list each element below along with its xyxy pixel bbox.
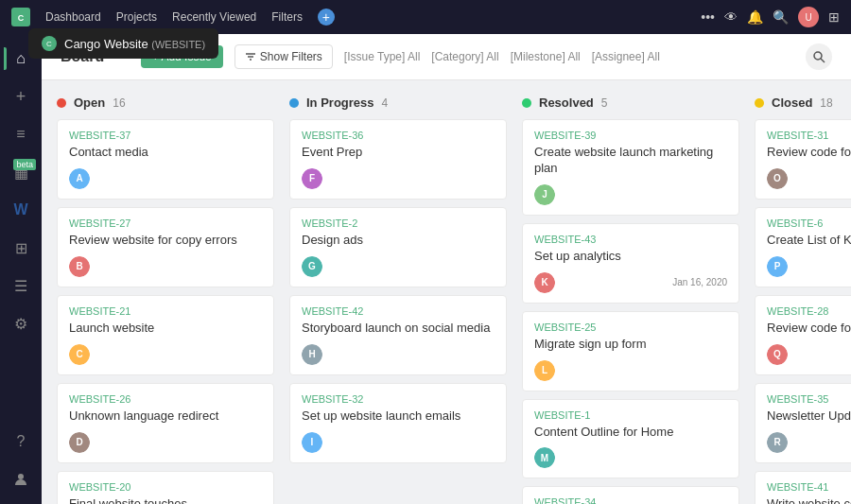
card-id: WEBSITE-31: [767, 130, 851, 141]
avatar: O: [767, 168, 788, 189]
avatar: I: [302, 432, 322, 453]
card-id: WEBSITE-28: [767, 305, 851, 317]
column-header-open: Open16: [57, 96, 274, 119]
column-title-resolved: Resolved: [539, 96, 594, 110]
nav-filters[interactable]: Filters: [271, 10, 303, 24]
tooltip-content: Cango Website (WEBSITE): [64, 37, 205, 51]
table-row[interactable]: WEBSITE-41Write website copyS: [755, 471, 851, 504]
card-title: Contact media: [69, 145, 262, 161]
column-status-dot-open: [57, 98, 66, 108]
card-footer: M: [534, 447, 727, 468]
column-header-resolved: Resolved5: [522, 96, 739, 119]
sidebar-item-user[interactable]: [4, 462, 38, 496]
table-row[interactable]: WEBSITE-32Set up website launch emailsI: [289, 383, 507, 463]
card-footer: B: [69, 256, 262, 277]
avatar: D: [69, 432, 90, 453]
card-footer: Q: [767, 344, 851, 365]
app-logo[interactable]: C: [11, 8, 30, 26]
svg-point-6: [814, 52, 822, 60]
card-footer: H: [302, 344, 495, 365]
card-title: Event Prep: [302, 145, 495, 161]
avatar: H: [302, 344, 322, 365]
avatar: B: [69, 256, 90, 277]
column-in_progress: In Progress4WEBSITE-36Event PrepFWEBSITE…: [289, 96, 507, 489]
bell-icon[interactable]: 🔔: [747, 9, 763, 25]
nav-dashboard[interactable]: Dashboard: [45, 10, 101, 24]
card-id: WEBSITE-39: [534, 130, 727, 141]
table-row[interactable]: WEBSITE-31Review code for blogO: [755, 119, 851, 200]
card-id: WEBSITE-42: [302, 305, 495, 317]
table-row[interactable]: WEBSITE-28Review code for teams pageQ: [755, 295, 851, 375]
table-row[interactable]: WEBSITE-37Contact mediaA: [57, 119, 274, 200]
nav-recently-viewed[interactable]: Recently Viewed: [172, 10, 256, 24]
card-footer: O: [767, 168, 851, 189]
card-title: Design ads: [302, 233, 495, 249]
table-row[interactable]: WEBSITE-27Review website for copy errors…: [57, 207, 274, 287]
sidebar-item-help[interactable]: ?: [4, 425, 38, 459]
cards-list-open: WEBSITE-37Contact mediaAWEBSITE-27Review…: [57, 119, 274, 504]
table-row[interactable]: WEBSITE-39Create website launch marketin…: [522, 119, 739, 216]
table-row[interactable]: WEBSITE-35Newsletter UpdateR: [755, 383, 851, 463]
card-id: WEBSITE-43: [534, 234, 727, 245]
card-title: Review code for blog: [767, 145, 851, 161]
table-row[interactable]: WEBSITE-36Event PrepF: [289, 119, 507, 200]
sidebar-item-add[interactable]: +: [4, 79, 38, 113]
table-row[interactable]: WEBSITE-25Migrate sign up formL: [522, 311, 739, 391]
filter-assignee[interactable]: [Assignee] All: [592, 50, 660, 63]
filter-milestone[interactable]: [Milestone] All: [511, 50, 581, 63]
table-row[interactable]: WEBSITE-26Unknown language redirectD: [57, 383, 274, 463]
card-footer: F: [302, 168, 495, 189]
nav-projects[interactable]: Projects: [116, 10, 157, 24]
column-closed: Closed18WEBSITE-31Review code for blogOW…: [755, 96, 851, 489]
table-row[interactable]: WEBSITE-42Storyboard launch on social me…: [289, 295, 507, 375]
table-row[interactable]: WEBSITE-20Final website touchesE: [57, 471, 274, 504]
card-title: Write website copy: [767, 496, 851, 504]
table-row[interactable]: WEBSITE-34Improve performanceN: [522, 486, 739, 504]
board-search-button[interactable]: [806, 43, 832, 70]
sidebar-item-grid[interactable]: ⊞: [4, 231, 38, 265]
column-status-dot-closed: [755, 98, 764, 108]
tooltip-dot: C: [42, 36, 57, 51]
svg-line-7: [821, 59, 825, 62]
sidebar-item-board[interactable]: beta ▦: [4, 155, 38, 189]
table-row[interactable]: WEBSITE-21Launch websiteC: [57, 295, 274, 375]
card-footer: KJan 16, 2020: [534, 272, 727, 293]
eye-icon[interactable]: 👁: [724, 9, 738, 25]
filter-issue-type[interactable]: [Issue Type] All: [344, 50, 421, 63]
search-icon[interactable]: 🔍: [773, 9, 789, 25]
table-row[interactable]: WEBSITE-6Create List of Keywords for Web…: [755, 207, 851, 287]
project-tooltip: C Cango Website (WEBSITE): [28, 28, 218, 59]
card-title: Create website launch marketing plan: [534, 145, 727, 177]
more-options-icon[interactable]: •••: [701, 9, 715, 25]
filter-category[interactable]: [Category] All: [431, 50, 498, 63]
sidebar-item-list[interactable]: ☰: [4, 269, 38, 303]
card-title: Set up website launch emails: [302, 408, 495, 425]
avatar: R: [767, 432, 788, 453]
add-new-button[interactable]: +: [318, 9, 335, 26]
apps-grid-icon[interactable]: ⊞: [828, 9, 840, 25]
card-id: WEBSITE-34: [534, 496, 727, 504]
table-row[interactable]: WEBSITE-1Content Outline for HomeM: [522, 399, 739, 479]
tooltip-project-name: Cango Website: [64, 37, 148, 51]
cards-list-in_progress: WEBSITE-36Event PrepFWEBSITE-2Design ads…: [289, 119, 507, 463]
avatar: A: [69, 168, 90, 189]
card-id: WEBSITE-26: [69, 393, 262, 405]
avatar: K: [534, 272, 555, 293]
sidebar-item-word[interactable]: W: [4, 193, 38, 227]
kanban-board: Open16WEBSITE-37Contact mediaAWEBSITE-27…: [42, 80, 851, 504]
column-status-dot-in_progress: [289, 98, 299, 108]
card-footer: D: [69, 432, 262, 453]
avatar: J: [534, 184, 555, 205]
card-date: Jan 16, 2020: [672, 277, 727, 287]
table-row[interactable]: WEBSITE-43Set up analyticsKJan 16, 2020: [522, 223, 739, 304]
avatar: P: [767, 256, 788, 277]
column-resolved: Resolved5WEBSITE-39Create website launch…: [522, 96, 739, 489]
show-filters-button[interactable]: Show Filters: [234, 44, 333, 69]
sidebar-item-documents[interactable]: ≡: [4, 117, 38, 151]
avatar-menu[interactable]: U: [798, 7, 819, 27]
column-count-resolved: 5: [601, 96, 608, 110]
cards-list-closed: WEBSITE-31Review code for blogOWEBSITE-6…: [755, 119, 851, 504]
sidebar-item-settings[interactable]: ⚙: [4, 306, 38, 340]
card-footer: L: [534, 360, 727, 381]
table-row[interactable]: WEBSITE-2Design adsG: [289, 207, 507, 287]
